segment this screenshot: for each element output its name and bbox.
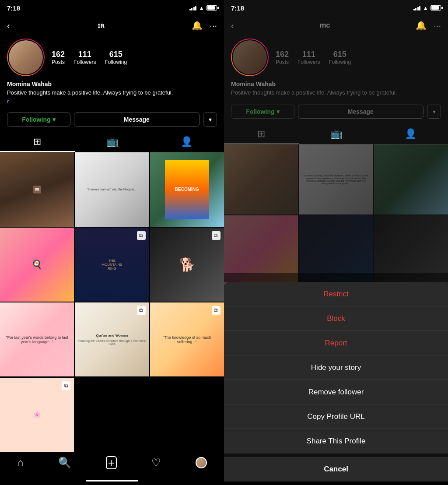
- right-avatar: [233, 40, 267, 74]
- grid-item-3[interactable]: BECOMING: [150, 152, 224, 226]
- reels-icon: 📺: [106, 136, 118, 148]
- right-tagged-icon: 👤: [405, 128, 416, 140]
- right-status-bar: 7:18 ▲: [224, 0, 448, 16]
- right-back-button[interactable]: ‹: [231, 21, 234, 31]
- left-posts-count: 162: [52, 50, 65, 59]
- grid-item-4[interactable]: 🍳: [0, 228, 74, 302]
- left-username-display: ɪʀ: [98, 21, 105, 30]
- multi-icon-9: ⧉: [212, 306, 220, 315]
- left-stat-followers[interactable]: 111 Followers: [74, 50, 96, 65]
- left-back-button[interactable]: ‹: [7, 21, 10, 31]
- block-button[interactable]: Block: [224, 306, 448, 331]
- left-message-button[interactable]: Message: [74, 112, 200, 127]
- left-following-count: 615: [109, 50, 122, 59]
- copy-url-button[interactable]: Copy Profile URL: [224, 404, 448, 429]
- right-stat-posts: 162 Posts: [276, 50, 289, 65]
- left-status-icons: ▲: [189, 5, 217, 11]
- remove-follower-button[interactable]: Remove follower: [224, 380, 448, 404]
- right-username-display: mc: [320, 21, 330, 29]
- right-followers-label: Followers: [298, 59, 320, 65]
- bottom-spacing: [224, 481, 448, 485]
- left-more-button[interactable]: ▾: [203, 112, 217, 127]
- right-following-count: 615: [333, 50, 346, 59]
- left-action-buttons: Following ▾ Message ▾: [0, 108, 224, 131]
- right-tab-reels[interactable]: 📺: [299, 125, 374, 144]
- left-followers-count: 111: [78, 50, 91, 59]
- grid-item-7[interactable]: "For last year's words belong to last ye…: [0, 302, 74, 376]
- right-notifications-icon[interactable]: 🔔: [416, 20, 427, 31]
- grid-icon: ⊞: [33, 136, 41, 148]
- grid-item-9[interactable]: "The knowledge of so much suffering..." …: [150, 302, 224, 376]
- left-nav-right: 🔔 ···: [192, 20, 217, 31]
- right-content-area: 'In every journey,' said the Hoopoe, 'th…: [224, 144, 448, 485]
- right-tab-grid[interactable]: ⊞: [224, 125, 299, 144]
- wifi-icon: ▲: [199, 5, 204, 11]
- left-avatar: [9, 40, 43, 74]
- restrict-button[interactable]: Restrict: [224, 282, 448, 306]
- right-more-icon[interactable]: ···: [434, 21, 441, 31]
- right-following-button[interactable]: Following ▾: [231, 105, 294, 119]
- right-more-button[interactable]: ▾: [427, 105, 441, 119]
- grid-item-1[interactable]: 📖: [0, 152, 74, 226]
- report-button[interactable]: Report: [224, 331, 448, 355]
- left-profile-name: Momina Wahab: [7, 81, 217, 88]
- left-following-button[interactable]: Following ▾: [7, 112, 70, 127]
- left-following-label: Following: [105, 59, 127, 65]
- cancel-button[interactable]: Cancel: [224, 457, 448, 481]
- multi-icon-5: ⧉: [137, 231, 146, 240]
- left-tab-grid[interactable]: ⊞: [0, 133, 75, 152]
- right-panel: 7:18 ▲ ‹ mc 🔔 ···: [224, 0, 448, 485]
- nav-home-button[interactable]: ⌂: [17, 457, 24, 469]
- left-more-icon[interactable]: ···: [210, 21, 217, 31]
- left-bottom-nav: ⌂ 🔍 + ♡: [0, 452, 224, 476]
- nav-profile-button[interactable]: [196, 457, 207, 468]
- grid-item-6[interactable]: 🐕 ⧉: [150, 228, 224, 302]
- right-nav-right: 🔔 ···: [416, 20, 441, 31]
- right-stat-followers: 111 Followers: [298, 50, 320, 65]
- left-home-indicator: [0, 476, 224, 485]
- nav-activity-button[interactable]: ♡: [151, 457, 161, 469]
- right-wifi-icon: ▲: [423, 5, 428, 11]
- left-posts-label: Posts: [52, 59, 65, 65]
- create-icon: +: [106, 456, 117, 469]
- right-photo-grid: 'In every journey,' said the Hoopoe, 'th…: [224, 144, 448, 285]
- right-top-nav: ‹ mc 🔔 ···: [224, 16, 448, 35]
- left-avatar-ring[interactable]: [7, 39, 45, 76]
- right-stats-row: 162 Posts 111 Followers 615 Following: [276, 50, 441, 65]
- left-profile-section: 162 Posts 111 Followers 615 Following Mo…: [0, 35, 224, 108]
- right-tab-tagged[interactable]: 👤: [373, 125, 448, 144]
- left-stat-following[interactable]: 615 Following: [105, 50, 127, 65]
- grid-item-5[interactable]: THEMOUNTAINSRING ⧉: [75, 228, 149, 302]
- nav-create-button[interactable]: +: [106, 456, 117, 469]
- left-avatar-inner: [8, 39, 44, 75]
- right-message-button[interactable]: Message: [298, 105, 424, 119]
- left-notifications-icon[interactable]: 🔔: [192, 20, 203, 31]
- right-tab-bar: ⊞ 📺 👤: [224, 125, 448, 144]
- home-icon: ⌂: [17, 457, 24, 469]
- hide-story-button[interactable]: Hide your story: [224, 355, 448, 380]
- left-stat-posts[interactable]: 162 Posts: [52, 50, 65, 65]
- right-grid-icon: ⊞: [257, 128, 265, 140]
- heart-icon: ♡: [151, 457, 161, 469]
- grid-item-8[interactable]: Qur'an and Woman Reading the Sacred Scri…: [75, 302, 149, 376]
- multi-icon-6: ⧉: [212, 231, 220, 240]
- left-followers-label: Followers: [74, 59, 96, 65]
- grid-item-2[interactable]: 'In every journey,' said the Hoopoe...: [75, 152, 149, 226]
- right-profile-name: Momina Wahab: [231, 81, 441, 88]
- grid-item-10[interactable]: 🌸 ⧉: [0, 378, 74, 452]
- multi-icon-10: ⧉: [62, 381, 70, 390]
- right-followers-count: 111: [302, 50, 315, 59]
- right-following-label: Following: [329, 59, 351, 65]
- left-photo-grid: 📖 'In every journey,' said the Hoopoe...…: [0, 152, 224, 452]
- quote-cell-2: 'In every journey,' said the Hoopoe...: [75, 152, 149, 226]
- left-tab-tagged[interactable]: 👤: [149, 133, 224, 152]
- search-icon: 🔍: [58, 457, 71, 469]
- left-profile-link[interactable]: r: [7, 98, 217, 105]
- right-status-icons: ▲: [413, 5, 441, 11]
- share-profile-button[interactable]: Share This Profile: [224, 429, 448, 453]
- left-time: 7:18: [7, 4, 20, 12]
- left-tab-reels[interactable]: 📺: [75, 133, 150, 152]
- context-menu-overlay: Restrict Block Report Hide your story Re…: [224, 273, 448, 485]
- left-tab-bar: ⊞ 📺 👤: [0, 133, 224, 152]
- nav-search-button[interactable]: 🔍: [58, 457, 71, 469]
